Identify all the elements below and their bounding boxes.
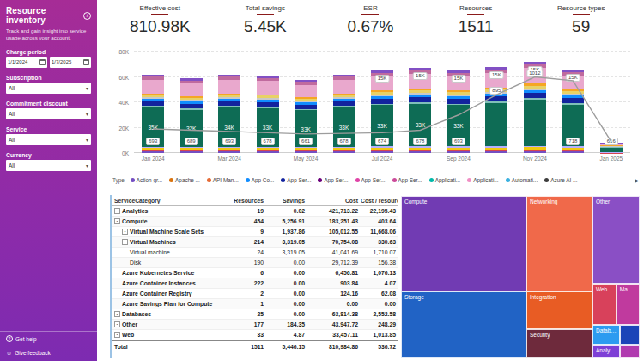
bar-jul-2024[interactable]: 33K15K674 [371,70,393,153]
cell-savings: 184.35 [266,321,307,327]
table-row-web[interactable]: -Web334.8733,457.111,013.85 [112,330,398,340]
bar-segment-orange [409,89,431,90]
bar-segment-lavender [218,147,240,148]
treemap-node-compute[interactable]: Compute [401,196,526,291]
table-row-analytics[interactable]: -Analytics190.02421,713.2222,195.43 [112,206,398,217]
bar-mar-2024[interactable]: 34K693 [218,75,240,153]
legend-item-app-ser[interactable]: App Ser... [392,177,422,183]
row-name: Disk [130,260,141,266]
table-row-other[interactable]: -Other177184.3543,947.72248.29 [112,320,398,330]
bar-segment-virtual-machines [600,147,623,152]
give-feedback-link[interactable]: ☺ Give feedback [6,348,91,358]
bar-segment-violet [333,75,355,77]
collapse-toggle[interactable]: - [114,332,120,338]
bar-jun-2024[interactable]: 33K678 [333,75,355,153]
collapse-toggle[interactable]: - [122,229,128,235]
bar-segment-rose [333,76,355,80]
cell-resources: 6 [232,270,266,276]
treemap-node-unlabeled[interactable] [620,345,640,358]
treemap-node-unlabeled[interactable] [620,325,640,345]
legend-scroll-right-icon[interactable]: ▶ [635,177,639,183]
column-header-savings[interactable]: Savings [266,198,307,204]
kpi-value: 59 [572,17,590,36]
bar-oct-2024[interactable]: 15K895 [485,67,507,153]
commitment-discount-dropdown[interactable]: All ▾ [6,108,91,119]
bar-jan-2024[interactable]: 35K693 [142,75,164,153]
subscription-dropdown[interactable]: All ▾ [6,83,91,94]
collapse-toggle[interactable]: - [114,311,120,317]
legend-item-api-man[interactable]: API Man... [207,177,239,183]
treemap-node-databas[interactable]: Databas... [592,325,620,345]
table-row-disk[interactable]: Disk1900.0029,712.39156.38 [112,258,398,268]
table-row-databases[interactable]: -Databases250.0063,814.382,552.58 [112,309,398,320]
bar-sep-2024[interactable]: 33K15K693 [447,70,470,153]
treemap-node-other[interactable]: Other [592,196,640,284]
legend-item-app-ser[interactable]: App Ser... [318,177,348,183]
legend-swatch [392,178,397,182]
table-row-virtual-machine-scale-sets[interactable]: -Virtual Machine Scale Sets91,937.86105,… [112,227,398,237]
legend-item-app-co[interactable]: App Co... [246,177,275,183]
bar-feb-2024[interactable]: 32K689 [180,78,203,153]
legend-item-applicati[interactable]: Applicati... [429,177,460,183]
date-to-input[interactable]: 1/7/2025 [50,57,91,68]
treemap-node-ma[interactable]: Ma... [617,284,640,325]
bar-jan-2025[interactable]: 616 [600,143,623,153]
column-header-cost-resource[interactable]: Cost / resource [361,198,398,204]
sidebar-subtitle: Track and gain insight into service usag… [6,28,91,42]
collapse-toggle[interactable]: - [122,239,128,245]
table-row-azure-container-instances[interactable]: Azure Container Instances2220.00903.844.… [112,278,398,289]
bar-segment-teal-light [180,108,203,110]
legend-item-automati[interactable]: Automati... [506,177,538,183]
x-axis-label: Jan 2024 [134,156,172,162]
legend-item-apache[interactable]: Apache ... [169,177,200,183]
column-header-cost[interactable]: Cost [307,198,361,204]
table-row-virtual-machines[interactable]: -Virtual Machines2143,319.0570,754.08330… [112,237,398,248]
treemap-node-networking[interactable]: Networking [526,196,592,291]
legend-item-app-ser[interactable]: App Ser... [281,177,311,183]
column-header-servicecategory[interactable]: ServiceCategory [112,198,232,204]
bar-segment-gray [142,97,164,99]
treemap-node-storage[interactable]: Storage [401,291,526,358]
bar-segment-rose [218,76,240,80]
currency-dropdown[interactable]: All ▾ [6,160,91,171]
bar-segment-violet [257,76,279,78]
bar-aug-2024[interactable]: 33K15K678 [409,68,431,153]
treemap-node-integration[interactable]: Integration [526,291,592,329]
legend-item-azure-ai[interactable]: Azure AI ... [544,177,577,183]
treemap-node-label: Compute [402,197,526,206]
bar-dec-2024[interactable]: 15K718 [562,70,584,153]
bar-segment-navy [218,101,240,106]
service-dropdown[interactable]: All ▾ [6,134,91,145]
treemap-node-label: Networking [527,197,592,206]
x-axis-label: Jul 2024 [363,156,401,162]
table-row-azure-container-registry[interactable]: Azure Container Registry20.00124.1662.08 [112,289,398,299]
bar-segment-navy [562,98,584,103]
info-icon[interactable]: i [83,12,91,20]
table-row-azure-kubernetes-service[interactable]: Azure Kubernetes Service60.006,456.811,0… [112,268,398,278]
treemap-node-web[interactable]: Web [592,284,617,325]
collapse-toggle[interactable]: - [114,321,120,327]
table-row-compute[interactable]: -Compute4545,256.91183,251.43403.64 [112,217,398,227]
bar-nov-2024[interactable]: 15K1012 [524,62,546,153]
table-row-virtual-machine[interactable]: Virtual machine243,319.0541,041.691,710.… [112,248,398,258]
legend-swatch [355,178,360,182]
kpi-card-esr: ESR0.67% [318,4,423,46]
legend-item-applicati[interactable]: Applicati... [467,177,498,183]
row-name-cell: -Virtual Machines [112,239,232,245]
get-help-link[interactable]: ? Get help [6,333,91,344]
treemap-node-analytics[interactable]: Analytics [592,345,620,358]
cell-cost_per_resource: 1,013.85 [361,332,398,338]
bar-may-2024[interactable]: 33K661 [295,80,317,153]
legend-item-app-ser[interactable]: App Ser... [355,177,386,183]
date-from-input[interactable]: 1/1/2024 [6,57,47,68]
bar-segment-navy [295,105,317,109]
cell-savings: 4.87 [266,332,307,338]
treemap-node-security[interactable]: Security [526,329,592,358]
collapse-toggle[interactable]: - [114,218,120,224]
bar-apr-2024[interactable]: 33K678 [257,76,279,153]
collapse-toggle[interactable]: - [114,208,120,214]
bar-top-label: 15K [489,71,504,79]
legend-item-action-gr[interactable]: Action gr... [131,177,162,183]
table-row-azure-savings-plan-for-compute[interactable]: Azure Savings Plan for Compute10.000.000… [112,299,398,309]
column-header-resources[interactable]: Resources [232,198,266,204]
